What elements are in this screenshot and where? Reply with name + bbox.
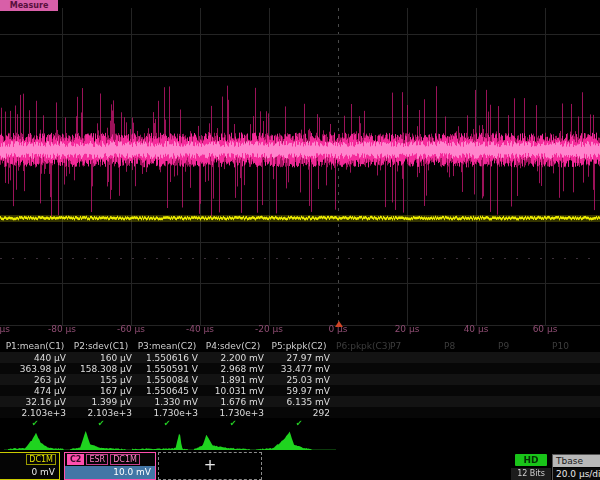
inactive-parameter-header[interactable]: P7 xyxy=(390,341,401,351)
parameter-histicons xyxy=(0,428,360,452)
parameter-value: 33.477 mV xyxy=(266,364,330,374)
parameter-value: 1.550591 V xyxy=(134,364,198,374)
hd-mode-badge[interactable]: HD xyxy=(515,454,547,466)
parameter-value: 1.550645 V xyxy=(134,386,198,396)
parameter-header: P3:mean(C2) xyxy=(134,341,200,351)
parameter-value: 160 µV xyxy=(68,353,132,363)
time-tick-label: -100 µs xyxy=(0,324,10,334)
parameter-value: 1.399 µV xyxy=(68,397,132,407)
parameter-value: 32.16 µV xyxy=(2,397,66,407)
parameter-value: 2.103e+3 xyxy=(2,408,66,418)
trigger-position-marker[interactable] xyxy=(335,321,343,327)
inactive-parameter-header[interactable]: P8 xyxy=(444,341,455,351)
parameter-column-4[interactable]: P4:sdev(C2)2.200 mV2.968 mV1.891 mV10.03… xyxy=(200,340,266,428)
time-tick-label: 40 µs xyxy=(464,324,489,334)
c2-scale: 10.0 mV xyxy=(65,466,155,479)
status-check-icon: ✔ xyxy=(2,419,68,428)
parameter-column-5[interactable]: P5:pkpk(C2)27.97 mV33.477 mV25.03 mV59.9… xyxy=(266,340,332,428)
measurement-table: P1:mean(C1)440 µV363.98 µV263 µV474 µV32… xyxy=(0,340,600,428)
measure-tab-badge[interactable]: Measure xyxy=(0,0,58,11)
time-axis: -100 µs-80 µs-60 µs-40 µs-20 µs0 µs20 µs… xyxy=(0,324,600,339)
c1-chip-row: DC1M xyxy=(0,453,59,465)
status-check-icon: ✔ xyxy=(134,419,200,428)
parameter-value: 10.031 mV xyxy=(200,386,264,396)
parameter-value: 1.730e+3 xyxy=(200,408,264,418)
parameter-value: 1.676 mV xyxy=(200,397,264,407)
parameter-header: P5:pkpk(C2) xyxy=(266,341,332,351)
timebase-value: 20.0 µs/div xyxy=(553,468,600,480)
hd-bits-label: 12 Bits xyxy=(511,468,551,480)
descriptor-bar: DC1M 0 mV C2 ESR DC1M 10.0 mV + HD 12 Bi… xyxy=(0,452,600,480)
c2-chip-row: C2 ESR DC1M xyxy=(65,453,155,465)
parameter-value: 27.97 mV xyxy=(266,353,330,363)
parameter-value: 263 µV xyxy=(2,375,66,385)
c1-descriptor[interactable]: DC1M 0 mV xyxy=(0,452,60,480)
c1-scale: 0 mV xyxy=(0,466,59,479)
parameter-header: P2:sdev(C1) xyxy=(68,341,134,351)
parameter-value: 25.03 mV xyxy=(266,375,330,385)
parameter-value: 292 xyxy=(266,408,330,418)
status-check-icon: ✔ xyxy=(68,419,134,428)
timebase-title: Tbase xyxy=(553,455,600,467)
time-tick-label: -80 µs xyxy=(48,324,76,334)
parameter-value: 1.730e+3 xyxy=(134,408,198,418)
parameter-column-2[interactable]: P2:sdev(C1)160 µV158.308 µV155 µV167 µV1… xyxy=(68,340,134,428)
inactive-parameter-header[interactable]: P6:pkpk(C3) xyxy=(336,341,391,351)
parameter-value: 1.550616 V xyxy=(134,353,198,363)
oscilloscope-screen: -100 µs-80 µs-60 µs-40 µs-20 µs0 µs20 µs… xyxy=(0,0,600,480)
c2-esr-chip: ESR xyxy=(86,454,108,465)
c2-label-chip: C2 xyxy=(67,454,84,465)
c2-coupling-chip: DC1M xyxy=(110,454,140,465)
time-tick-label: -40 µs xyxy=(186,324,214,334)
parameter-value: 1.330 mV xyxy=(134,397,198,407)
waveform-canvas xyxy=(0,0,600,340)
time-tick-label: -60 µs xyxy=(117,324,145,334)
parameter-column-3[interactable]: P3:mean(C2)1.550616 V1.550591 V1.550084 … xyxy=(134,340,200,428)
add-trace-button[interactable]: + xyxy=(158,452,262,480)
time-tick-label: -20 µs xyxy=(255,324,283,334)
parameter-value: 2.103e+3 xyxy=(68,408,132,418)
status-check-icon: ✔ xyxy=(266,419,332,428)
parameter-value: 167 µV xyxy=(68,386,132,396)
parameter-value: 363.98 µV xyxy=(2,364,66,374)
parameter-value: 155 µV xyxy=(68,375,132,385)
time-tick-label: 20 µs xyxy=(395,324,420,334)
parameter-value: 2.200 mV xyxy=(200,353,264,363)
parameter-value: 6.135 mV xyxy=(266,397,330,407)
parameter-value: 1.550084 V xyxy=(134,375,198,385)
status-check-icon: ✔ xyxy=(200,419,266,428)
parameter-value: 59.97 mV xyxy=(266,386,330,396)
parameter-value: 1.891 mV xyxy=(200,375,264,385)
c1-coupling-chip: DC1M xyxy=(26,454,56,465)
timebase-descriptor[interactable]: Tbase 20.0 µs/div xyxy=(552,454,600,480)
parameter-value: 474 µV xyxy=(2,386,66,396)
parameter-value: 2.968 mV xyxy=(200,364,264,374)
parameter-value: 158.308 µV xyxy=(68,364,132,374)
parameter-header: P1:mean(C1) xyxy=(2,341,68,351)
c2-descriptor[interactable]: C2 ESR DC1M 10.0 mV xyxy=(64,452,156,480)
parameter-value: 440 µV xyxy=(2,353,66,363)
time-tick-label: 60 µs xyxy=(533,324,558,334)
parameter-header: P4:sdev(C2) xyxy=(200,341,266,351)
inactive-parameter-header[interactable]: P9 xyxy=(498,341,509,351)
inactive-parameter-header[interactable]: P10 xyxy=(552,341,569,351)
parameter-column-1[interactable]: P1:mean(C1)440 µV363.98 µV263 µV474 µV32… xyxy=(2,340,68,428)
